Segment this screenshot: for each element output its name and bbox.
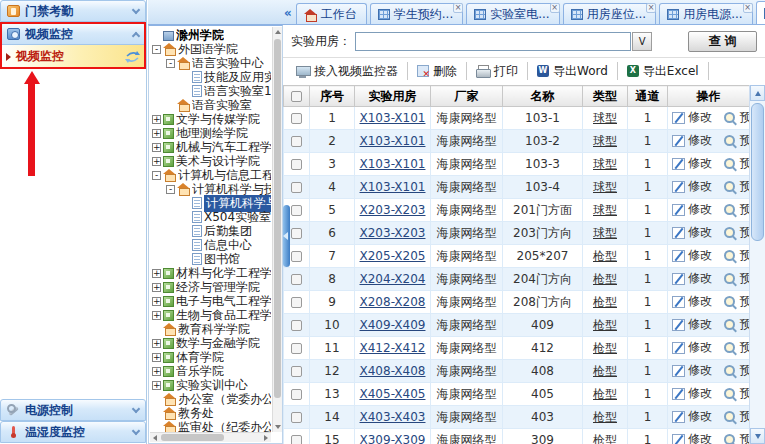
- edit-action[interactable]: 修改: [672, 201, 712, 218]
- tree-toggle[interactable]: +: [152, 269, 161, 278]
- row-checkbox[interactable]: [291, 159, 302, 170]
- tab[interactable]: 实验室电... ×: [466, 3, 559, 24]
- tree-toggle[interactable]: +: [152, 157, 161, 166]
- room-link[interactable]: X204-X204: [360, 272, 426, 286]
- toolbar-button[interactable]: 删除: [408, 62, 467, 80]
- sidebar-section-power-control[interactable]: 电源控制: [0, 399, 146, 421]
- sidebar-section-temp-humidity[interactable]: 温湿度监控: [0, 421, 146, 443]
- edit-action[interactable]: 修改: [672, 224, 712, 241]
- row-checkbox[interactable]: [291, 251, 302, 262]
- table-vertical-scrollbar[interactable]: [749, 85, 765, 444]
- row-checkbox[interactable]: [291, 136, 302, 147]
- row-checkbox[interactable]: [291, 297, 302, 308]
- tree-node[interactable]: 监审处（纪委办公室）: [150, 420, 271, 432]
- edit-action[interactable]: 修改: [672, 339, 712, 356]
- scrollbar-thumb[interactable]: [161, 434, 224, 441]
- chevron-down-icon[interactable]: [132, 404, 140, 412]
- refresh-icon[interactable]: [125, 51, 140, 63]
- scroll-right-icon[interactable]: [264, 435, 268, 441]
- room-link[interactable]: X203-X203: [360, 203, 426, 217]
- tree-horizontal-scrollbar[interactable]: [150, 432, 271, 442]
- edit-action[interactable]: 修改: [672, 109, 712, 126]
- tree-toggle[interactable]: +: [152, 381, 161, 390]
- query-button[interactable]: 查 询: [688, 31, 757, 52]
- row-checkbox[interactable]: [291, 412, 302, 423]
- preview-action[interactable]: 预览: [724, 247, 749, 264]
- tree-toggle[interactable]: -: [166, 59, 175, 68]
- preview-action[interactable]: 预览: [724, 385, 749, 402]
- preview-action[interactable]: 预览: [724, 132, 749, 149]
- preview-action[interactable]: 预览: [724, 408, 749, 425]
- toolbar-button[interactable]: 接入视频监控器: [287, 62, 408, 80]
- tab[interactable]: 用房座位... ×: [563, 3, 656, 24]
- row-checkbox[interactable]: [291, 205, 302, 216]
- tree-toggle[interactable]: -: [166, 185, 175, 194]
- preview-action[interactable]: 预览: [724, 270, 749, 287]
- tree-toggle[interactable]: +: [152, 283, 161, 292]
- splitter-collapse-handle[interactable]: [283, 205, 290, 267]
- row-checkbox[interactable]: [291, 389, 302, 400]
- close-icon[interactable]: ×: [453, 3, 463, 13]
- preview-action[interactable]: 预览: [724, 316, 749, 333]
- room-link[interactable]: X208-X208: [360, 295, 426, 309]
- row-checkbox[interactable]: [291, 228, 302, 239]
- tree-toggle[interactable]: +: [152, 297, 161, 306]
- toolbar-button[interactable]: 导出Excel: [618, 62, 709, 80]
- dropdown-button[interactable]: V: [632, 32, 652, 51]
- tree-toggle[interactable]: +: [152, 353, 161, 362]
- row-checkbox[interactable]: [291, 435, 302, 444]
- room-link[interactable]: X103-X101: [360, 111, 426, 125]
- tree-toggle[interactable]: +: [152, 143, 161, 152]
- close-icon[interactable]: ×: [646, 3, 656, 13]
- scroll-down-icon[interactable]: [750, 428, 765, 444]
- tree-vertical-scrollbar[interactable]: [272, 27, 282, 432]
- preview-action[interactable]: 预览: [724, 339, 749, 356]
- tab[interactable]: 用房电源... ×: [659, 3, 752, 24]
- scroll-up-icon[interactable]: [275, 30, 281, 34]
- preview-action[interactable]: 预览: [724, 201, 749, 218]
- room-link[interactable]: X403-X403: [360, 410, 426, 424]
- scroll-left-icon[interactable]: [153, 435, 157, 441]
- close-icon[interactable]: ×: [550, 3, 560, 13]
- preview-action[interactable]: 预览: [724, 178, 749, 195]
- sidebar-section-door-access[interactable]: 门禁考勤: [0, 0, 146, 22]
- tab-scroll-left-icon[interactable]: «: [284, 6, 292, 20]
- tree-toggle[interactable]: +: [152, 311, 161, 320]
- close-icon[interactable]: ×: [743, 3, 753, 13]
- preview-action[interactable]: 预览: [724, 155, 749, 172]
- edit-action[interactable]: 修改: [672, 293, 712, 310]
- chevron-down-icon[interactable]: [132, 5, 140, 13]
- chevron-up-icon[interactable]: [132, 31, 140, 39]
- chevron-down-icon[interactable]: [132, 426, 140, 434]
- edit-action[interactable]: 修改: [672, 385, 712, 402]
- room-link[interactable]: X309-X309: [360, 433, 426, 444]
- scroll-up-icon[interactable]: [750, 85, 765, 101]
- room-link[interactable]: X205-X205: [360, 249, 426, 263]
- room-link[interactable]: X409-X409: [360, 318, 426, 332]
- row-checkbox[interactable]: [291, 182, 302, 193]
- scrollbar-thumb[interactable]: [751, 103, 764, 241]
- tree-toggle[interactable]: +: [152, 367, 161, 376]
- preview-action[interactable]: 预览: [724, 431, 749, 444]
- tree-toggle[interactable]: +: [152, 339, 161, 348]
- preview-action[interactable]: 预览: [724, 109, 749, 126]
- row-checkbox[interactable]: [291, 274, 302, 285]
- edit-action[interactable]: 修改: [672, 316, 712, 333]
- toolbar-button[interactable]: 导出Word: [528, 62, 618, 80]
- edit-action[interactable]: 修改: [672, 155, 712, 172]
- row-checkbox[interactable]: [291, 343, 302, 354]
- room-link[interactable]: X405-X405: [360, 387, 426, 401]
- row-checkbox[interactable]: [291, 113, 302, 124]
- edit-action[interactable]: 修改: [672, 178, 712, 195]
- room-link[interactable]: X203-X203: [360, 226, 426, 240]
- tree-toggle[interactable]: -: [152, 171, 161, 180]
- room-link[interactable]: X408-X408: [360, 364, 426, 378]
- tab[interactable]: 学生预约... ×: [370, 3, 463, 24]
- preview-action[interactable]: 预览: [724, 293, 749, 310]
- edit-action[interactable]: 修改: [672, 431, 712, 444]
- edit-action[interactable]: 修改: [672, 362, 712, 379]
- tab[interactable]: 视频监控 ×: [756, 1, 765, 24]
- scrollbar-thumb[interactable]: [274, 39, 281, 398]
- tree-toggle[interactable]: +: [152, 129, 161, 138]
- tab[interactable]: 工作台: [296, 3, 367, 24]
